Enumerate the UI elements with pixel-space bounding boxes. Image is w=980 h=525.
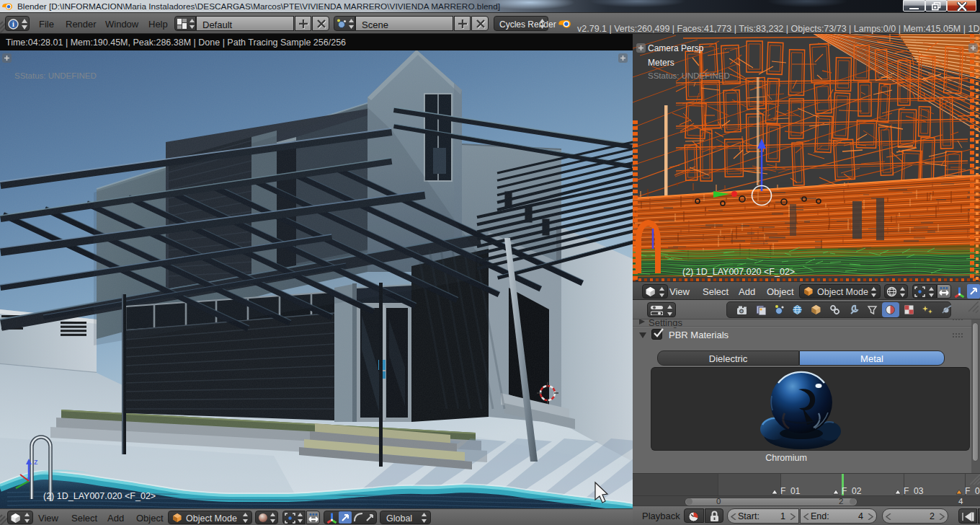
svg-text:Time:04:28.01 | Mem:190.45M, P: Time:04:28.01 | Mem:190.45M, Peak:286.38… (6, 38, 346, 48)
svg-text:SStatus: UNDEFINED: SStatus: UNDEFINED (14, 71, 97, 80)
svg-text:SStatus: UNDEFINED: SStatus: UNDEFINED (648, 71, 730, 80)
svg-text:Camera Persp: Camera Persp (648, 43, 704, 53)
svg-text:i: i (12, 20, 14, 28)
svg-text:(2) 1D_LAY007.020 <F_02>: (2) 1D_LAY007.020 <F_02> (43, 491, 156, 501)
svg-text:Meters: Meters (648, 58, 674, 68)
svg-text:(2) 1D_LAY007.020 <F_02>: (2) 1D_LAY007.020 <F_02> (682, 267, 795, 277)
